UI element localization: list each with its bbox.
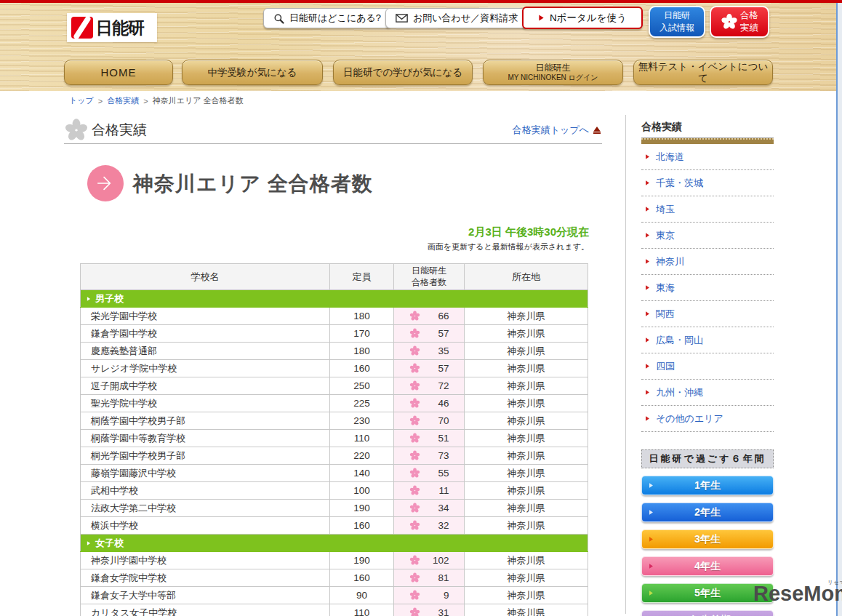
capacity: 110 [330,430,394,447]
passers-cell: 57 [394,325,465,343]
table-row: 鎌倉学園中学校 170 57 神奈川県 [81,325,588,343]
grade-6-early-button[interactable]: 6年生前期 [641,610,774,616]
sakura-icon [721,13,738,31]
passers-cell: 32 [394,517,465,535]
col-location: 所在地 [465,264,588,290]
capacity: 160 [330,360,394,377]
capacity: 110 [330,604,394,616]
results-header-button[interactable]: 合格 実績 [710,6,769,38]
passers-cell: 57 [394,360,465,377]
nportal-label: Nポータルを使う [550,12,627,25]
sidebar-item-tokyo[interactable]: 東京 [641,223,774,249]
passers-count: 34 [429,503,449,513]
breadcrumb: トップ > 合格実績 > 神奈川エリア 全合格者数 [69,95,244,106]
school-name: 藤嶺学園藤沢中学校 [81,465,330,482]
school-name: カリタス女子中学校 [81,604,330,616]
table-row: 鎌倉女学院中学校 160 81 神奈川県 [81,569,588,587]
page-right-edge [836,3,842,616]
breadcrumb-results[interactable]: 合格実績 [107,95,139,106]
nav-home[interactable]: HOME [64,60,173,85]
school-name: 神奈川学園中学校 [81,552,330,569]
sidebar-item-hokkaido[interactable]: 北海道 [641,144,774,170]
grade-1-button[interactable]: 1年生 [641,476,774,495]
grade-2-button[interactable]: 2年生 [641,503,774,522]
page: 日能研 日能研はどこにある? お問い合わせ／資料請求 Nポータルを使う 日能研 … [0,0,842,616]
sidebar-item-hiroshima-okayama[interactable]: 広島・岡山 [641,327,774,353]
school-name: 鎌倉学園中学校 [81,325,330,343]
school-name: 鎌倉女子大学中等部 [81,587,330,604]
nav-manabi[interactable]: 日能研での学びが気になる [333,60,473,85]
nav-my-nichinoken-login[interactable]: 日能研生 MY NICHINOKEN ログイン [483,60,623,85]
passers-count: 32 [429,520,449,531]
arrow-right-icon [649,563,654,569]
passers-count: 102 [429,555,449,566]
sidebar-item-kyushu-okinawa[interactable]: 九州・沖縄 [641,380,774,406]
passers-cell: 35 [394,343,465,360]
section-header: 合格実績 合格実績トップへ [64,116,602,144]
passers-cell: 70 [394,412,465,430]
arrow-right-icon [645,180,650,186]
passers-cell: 9 [394,587,465,604]
table-row: 栄光学園中学校 180 66 神奈川県 [81,308,588,325]
arrow-right-icon [645,363,650,369]
passers-cell: 11 [394,482,465,500]
school-location: 神奈川県 [465,517,588,535]
resemom-watermark: リセマム ReseMom. [753,582,842,606]
nav-chugaku-juken[interactable]: 中学受験が気になる [182,60,323,85]
nportal-button[interactable]: Nポータルを使う [522,7,643,29]
passers-cell: 81 [394,569,465,587]
nav-free-test-event[interactable]: 無料テスト・イベントについて [633,60,773,85]
nichinoken-logo-icon [71,17,93,39]
arrow-right-icon [94,172,117,195]
sakura-icon [409,398,420,409]
passers-count: 81 [429,572,449,583]
school-location: 神奈川県 [465,395,588,412]
sidebar-item-chiba-ibaraki[interactable]: 千葉・茨城 [641,170,774,196]
school-location: 神奈川県 [465,465,588,482]
capacity: 180 [330,308,394,325]
sakura-icon [409,433,420,444]
capacity: 190 [330,552,394,569]
grade-3-button[interactable]: 3年生 [641,529,774,549]
passers-count: 57 [429,328,449,339]
table-row: 聖光学院中学校 225 46 神奈川県 [81,395,588,412]
nichinoken-logo[interactable]: 日能研 [67,13,157,42]
breadcrumb-current: 神奈川エリア 全合格者数 [153,95,244,106]
school-name: 横浜中学校 [81,517,330,535]
sakura-icon [409,380,420,391]
passers-count: 31 [429,607,449,616]
passers-count: 46 [429,398,449,409]
breadcrumb-home[interactable]: トップ [69,95,94,106]
results-header-label: 合格 実績 [740,9,758,35]
passers-cell: 51 [394,430,465,447]
arrow-right-icon [645,337,650,343]
arrow-right-icon [645,284,650,291]
exam-info-button[interactable]: 日能研 入試情報 [649,6,705,38]
breadcrumb-separator: > [98,97,103,105]
grade-4-button[interactable]: 4年生 [641,556,774,576]
school-location: 神奈川県 [465,412,588,430]
sidebar-item-saitama[interactable]: 埼玉 [641,196,774,223]
contact-button[interactable]: お問い合わせ／資料請求 [385,8,528,28]
capacity: 180 [330,343,394,360]
where-is-nichinoken-button[interactable]: 日能研はどこにある? [263,8,391,28]
sakura-icon [409,503,420,513]
passers-count: 72 [429,380,449,391]
sidebar-item-other-area[interactable]: その他のエリア [641,406,774,432]
sidebar-item-kanagawa[interactable]: 神奈川 [641,249,774,275]
section-title: 合格実績 [92,121,147,140]
table-row: 桐光学園中学校男子部 220 73 神奈川県 [81,447,588,465]
school-name: 逗子開成中学校 [81,377,330,395]
search-icon [273,13,284,24]
table-row: カリタス女子中学校 110 31 神奈川県 [81,604,588,616]
sidebar-item-shikoku[interactable]: 四国 [641,353,774,380]
school-name: 鎌倉女学院中学校 [81,569,330,587]
results-top-link[interactable]: 合格実績トップへ [513,124,602,137]
col-count: 日能研生合格者数 [394,264,465,290]
school-name: 桐蔭学園中学校男子部 [81,412,330,430]
mail-icon [396,14,408,23]
capacity: 90 [330,587,394,604]
sidebar-item-kansai[interactable]: 関西 [641,301,774,327]
sidebar-item-tokai[interactable]: 東海 [641,275,774,301]
school-location: 神奈川県 [465,447,588,465]
